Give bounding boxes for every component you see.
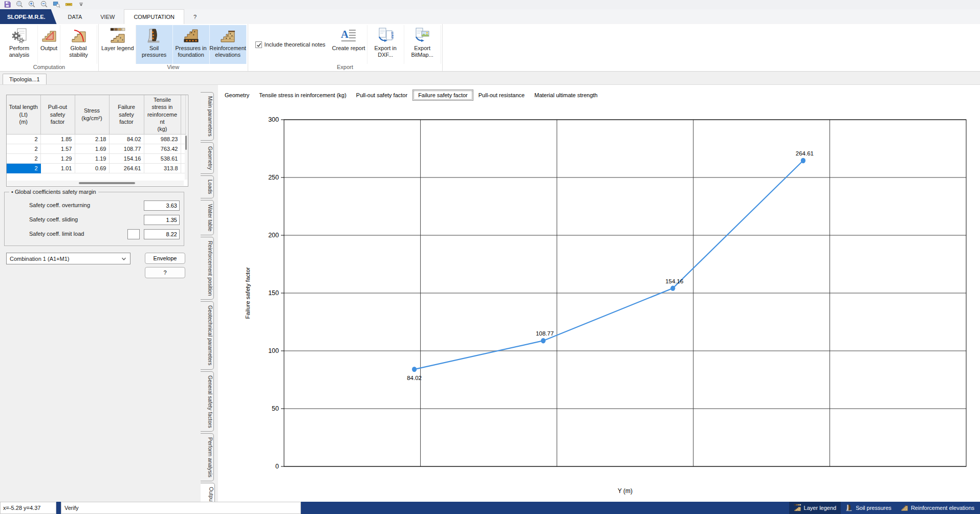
zoom-window-icon <box>53 1 60 9</box>
y-axis-label: Failure safety factor <box>245 267 251 319</box>
zoom-fit-button[interactable] <box>15 1 24 9</box>
side-tab-general-safety-factors[interactable]: General safety factors <box>201 371 214 432</box>
ribbon-button-export-bitmap[interactable]: Export BitMap... <box>404 25 441 64</box>
measure-button[interactable] <box>64 1 73 9</box>
soil-pressures-icon <box>146 27 162 43</box>
coefficient-value-field[interactable] <box>144 215 180 225</box>
ribbon-tab-view[interactable]: VIEW <box>91 9 124 24</box>
table-cell[interactable]: 2 <box>7 163 40 173</box>
ribbon-button-output[interactable]: Output <box>38 25 60 64</box>
side-tab-reinforcement-position[interactable]: Reinforcement position <box>201 237 214 300</box>
results-table-container: Total length (Lt) (m)Pull-out safety fac… <box>6 95 188 187</box>
side-tab-loads[interactable]: Loads <box>201 175 214 198</box>
table-cell[interactable]: 763.42 <box>144 144 181 153</box>
table-cell[interactable]: 264.61 <box>109 163 144 173</box>
coefficient-row-safety-coeff-overturning: Safety coeff. overturning <box>5 200 184 211</box>
chart-tab-geometry[interactable]: Geometry <box>220 90 254 100</box>
chart-tab-pull-out-safety-factor[interactable]: Pull-out safety factor <box>352 90 412 100</box>
coefficient-extra-box[interactable] <box>127 229 140 239</box>
table-cell[interactable]: 2 <box>7 134 40 144</box>
zoom-out-button[interactable] <box>40 1 49 9</box>
column-header-failure[interactable]: Failure safety factor <box>109 95 144 134</box>
combination-select[interactable]: Combination 1 (A1+M1) <box>6 253 130 264</box>
ribbon-button-reinforcement-elevations[interactable]: Reinforcement elevations <box>210 25 247 64</box>
ribbon-tab-[interactable]: ? <box>184 9 206 24</box>
status-toggle-layer-legend[interactable]: Layer legend <box>789 502 841 514</box>
layer-legend-icon <box>110 27 126 43</box>
ribbon-button-perform-analysis[interactable]: Perform analysis <box>1 25 38 64</box>
table-cell[interactable]: 1.19 <box>75 153 109 163</box>
checkbox-include-theoretical-notes[interactable]: Include theoretical notes <box>255 41 325 48</box>
side-tab-water-table[interactable]: Water table <box>201 200 214 235</box>
global-stability-icon <box>71 27 87 43</box>
status-message: Verify <box>61 502 301 514</box>
table-cell[interactable]: 2 <box>7 144 40 153</box>
status-toggle-reinforcement-elevations[interactable]: Reinforcement elevations <box>896 502 979 514</box>
data-point <box>412 367 417 372</box>
table-horizontal-scrollbar[interactable] <box>7 181 184 186</box>
ribbon-tab-computation[interactable]: COMPUTATION <box>124 9 184 24</box>
ribbon-group-computation: Perform analysisOutputGlobal stabilityCo… <box>0 24 99 71</box>
data-point <box>670 285 675 290</box>
coefficient-value-field[interactable] <box>144 229 180 239</box>
table-row: 21.571.69108.77763.42 <box>7 144 186 153</box>
ribbon-group-view: Layer legendSoil pressuresPressures in f… <box>99 24 248 71</box>
chart-tab-material-ultimate-strength[interactable]: Material ultimate strength <box>530 90 602 100</box>
ribbon-button-label: Reinforcement elevations <box>209 45 246 58</box>
ribbon-button-global-stability[interactable]: Global stability <box>60 25 97 64</box>
table-cell[interactable]: 154.16 <box>109 153 144 163</box>
ribbon-button-export-in-dxf[interactable]: DXFExport in DXF... <box>367 25 404 64</box>
chart-tab-tensile-stress-in-reinforcement-kg[interactable]: Tensile stress in reinforcement (kg) <box>254 90 351 100</box>
column-header-total-length[interactable]: Total length (Lt) (m) <box>7 95 40 134</box>
side-tab-perform-analysis[interactable]: Perform analysis <box>201 433 214 481</box>
table-cell[interactable]: 84.02 <box>109 134 144 144</box>
table-cell[interactable]: 988.23 <box>144 134 181 144</box>
table-cell[interactable]: 1.01 <box>40 163 75 173</box>
table-cell[interactable]: 538.61 <box>144 153 181 163</box>
table-cell[interactable]: 108.77 <box>109 144 144 153</box>
table-cell[interactable]: 313.8 <box>144 163 181 173</box>
column-header-stress[interactable]: Stress (kg/cm²) <box>75 95 109 134</box>
side-tab-main-parameters[interactable]: Main parameters <box>201 92 214 141</box>
table-cell[interactable]: 2.18 <box>75 134 109 144</box>
table-cell[interactable]: 2 <box>7 153 40 163</box>
envelope-button[interactable]: Envelope <box>145 253 185 264</box>
chart-tab-failure-safety-factor[interactable]: Failure safety factor <box>412 90 473 101</box>
status-toggle-soil-pressures[interactable]: Soil pressures <box>841 502 896 514</box>
table-cell[interactable]: 1.85 <box>40 134 75 144</box>
side-tab-geotechnical-parameters[interactable]: Geotechnical parameters <box>201 301 214 369</box>
chart-tab-pull-out-resistance[interactable]: Pull-out resistance <box>474 90 530 100</box>
ribbon-button-label: Export BitMap... <box>406 45 439 58</box>
table-cell[interactable]: 1.69 <box>75 144 109 153</box>
status-toggle-label: Soil pressures <box>856 505 891 511</box>
side-tab-geometry[interactable]: Geometry <box>201 142 214 174</box>
coefficient-value-field[interactable] <box>144 200 180 211</box>
save-button[interactable] <box>3 1 12 9</box>
column-header-tensile[interactable]: Tensile stress in reinforceme nt (kg) <box>144 95 181 134</box>
coefficient-label: Safety coeff. limit load <box>29 231 84 237</box>
table-cell[interactable]: 1.29 <box>40 153 75 163</box>
checkbox-box[interactable] <box>255 41 262 48</box>
ribbon-button-pressures-in-foundation[interactable]: Pressures in foundation <box>173 25 210 64</box>
table-vertical-scrollbar[interactable] <box>185 135 187 180</box>
document-tab-tipologia[interactable]: Tipologia...1 <box>3 74 47 84</box>
hscroll-thumb[interactable] <box>79 182 135 184</box>
table-cell[interactable]: 0.69 <box>75 163 109 173</box>
ribbon-button-layer-legend[interactable]: Layer legend <box>100 25 136 64</box>
table-cell[interactable]: 1.57 <box>40 144 75 153</box>
combination-selected-value: Combination 1 (A1+M1) <box>10 256 69 262</box>
help-button[interactable]: ? <box>145 267 185 278</box>
pressures-in-foundation-icon <box>183 27 199 43</box>
toolbar-options-button[interactable] <box>77 1 85 9</box>
ribbon-tab-data[interactable]: DATA <box>59 9 92 24</box>
document-tab-strip: Tipologia...1 <box>0 72 980 85</box>
zoom-window-button[interactable] <box>52 1 61 9</box>
ribbon-tab-slope-m-r-e[interactable]: SLOPE-M.R.E. <box>0 9 57 24</box>
vscroll-thumb[interactable] <box>185 136 187 150</box>
ribbon-button-create-report[interactable]: ACreate report <box>331 25 367 64</box>
chart-tab-bar: GeometryTensile stress in reinforcement … <box>220 90 602 101</box>
output-icon <box>41 27 57 43</box>
column-header-pull-out[interactable]: Pull-out safety factor <box>40 95 75 134</box>
ribbon-button-soil-pressures[interactable]: Soil pressures <box>136 25 173 64</box>
zoom-in-button[interactable] <box>28 1 36 9</box>
